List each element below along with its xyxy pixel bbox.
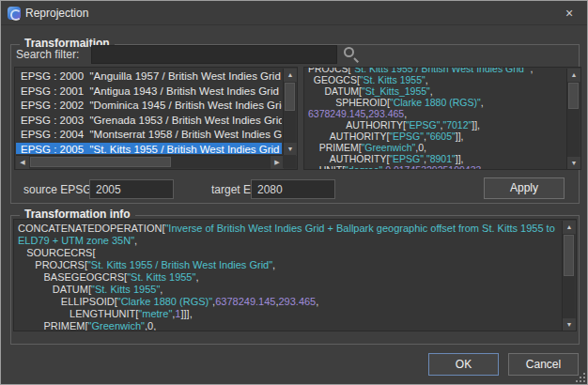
epsg-list-vscrollbar[interactable]: ▲ ▼ [283, 69, 296, 156]
apply-button[interactable]: Apply [484, 177, 565, 199]
scroll-right-icon[interactable]: ▶ [271, 156, 284, 169]
epsg-list-item[interactable]: EPSG : 2005 "St. Kitts 1955 / British We… [16, 143, 282, 155]
source-epsg-label: source EPSG: [23, 183, 95, 196]
titlebar[interactable]: Reprojection × [1, 1, 587, 25]
close-icon[interactable]: × [561, 5, 578, 22]
reprojection-dialog: Reprojection × Transformaition Search fi… [0, 0, 588, 385]
scroll-up-icon[interactable]: ▲ [284, 69, 297, 82]
scroll-down-icon[interactable]: ▼ [284, 143, 297, 156]
info-vscrollbar[interactable]: ▲ ▼ [562, 221, 575, 331]
epsg-list-item[interactable]: EPSG : 2002 "Dominica 1945 / British Wes… [16, 99, 282, 114]
transformation-info-text: CONCATENATEDOPERATION["Inverse of Britis… [18, 223, 559, 331]
scroll-thumb[interactable] [564, 235, 574, 276]
crs-wkt-panel[interactable]: PROJCS["St. Kitts 1955 / British West In… [303, 67, 581, 170]
target-epsg-input[interactable] [251, 179, 335, 199]
scroll-up-icon[interactable]: ▲ [563, 221, 576, 234]
scroll-thumb[interactable] [568, 83, 579, 109]
epsg-list-item[interactable]: EPSG : 2003 "Grenada 1953 / British West… [16, 114, 282, 129]
search-filter-label: Search filter: [16, 48, 79, 61]
scrollbar-corner [283, 155, 296, 168]
resize-grip[interactable] [576, 373, 585, 382]
ok-button[interactable]: OK [428, 353, 499, 376]
epsg-list-item[interactable]: EPSG : 2004 "Montserrat 1958 / British W… [16, 128, 282, 143]
epsg-list-item[interactable]: EPSG : 2001 "Antigua 1943 / British West… [16, 85, 282, 100]
crs-wkt-vscrollbar[interactable]: ▲ ▼ [566, 69, 580, 170]
source-epsg-input[interactable] [89, 179, 174, 199]
scroll-thumb[interactable] [285, 83, 295, 111]
epsg-list-hscrollbar[interactable]: ◀ ▶ [16, 155, 284, 168]
cancel-button[interactable]: Cancel [508, 353, 579, 376]
crs-wkt-text: PROJCS["St. Kitts 1955 / British West In… [308, 67, 565, 170]
scroll-down-icon[interactable]: ▼ [563, 318, 576, 331]
scroll-down-icon[interactable]: ▼ [567, 157, 580, 170]
app-logo-icon [8, 7, 21, 20]
epsg-list-item[interactable]: EPSG : 2000 "Anguilla 1957 / British Wes… [16, 69, 282, 85]
epsg-list-rows[interactable]: EPSG : 2000 "Anguilla 1957 / British Wes… [16, 69, 282, 154]
search-icon[interactable] [343, 46, 360, 63]
scroll-thumb[interactable] [30, 157, 171, 167]
scroll-up-icon[interactable]: ▲ [567, 69, 580, 82]
scroll-left-icon[interactable]: ◀ [16, 156, 29, 169]
transformation-info-panel[interactable]: CONCATENATEDOPERATION["Inverse of Britis… [13, 219, 577, 331]
search-input[interactable] [91, 45, 337, 64]
epsg-list[interactable]: EPSG : 2000 "Anguilla 1957 / British Wes… [14, 67, 298, 170]
window-title: Reprojection [25, 7, 88, 20]
